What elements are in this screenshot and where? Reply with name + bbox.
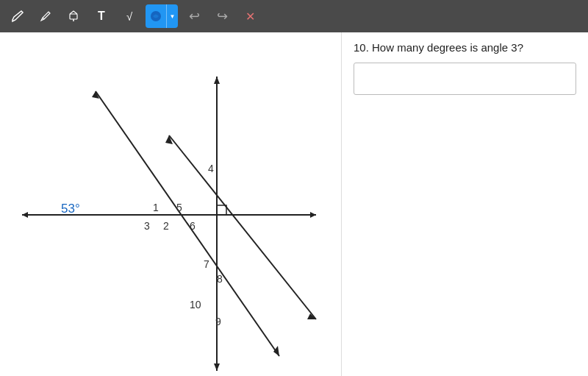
color-tool-button[interactable] [146, 4, 166, 28]
svg-text:53°: 53° [61, 202, 80, 216]
toolbar: T √ ▼ ↩ ↪ ✕ [0, 0, 588, 32]
svg-line-0 [43, 18, 44, 19]
redo-button[interactable]: ↪ [210, 4, 234, 28]
svg-marker-11 [214, 77, 220, 84]
svg-marker-5 [310, 212, 316, 218]
svg-rect-13 [217, 205, 226, 215]
svg-line-7 [96, 91, 279, 356]
svg-text:8: 8 [217, 273, 223, 285]
text-tool-button[interactable]: T [90, 4, 113, 28]
svg-text:6: 6 [190, 220, 196, 232]
svg-text:3: 3 [144, 220, 150, 232]
question-body: How many degrees is angle 3? [369, 41, 523, 54]
color-tool-dropdown-button[interactable]: ▼ [166, 4, 178, 28]
svg-text:4: 4 [208, 163, 214, 174]
color-tool-group: ▼ [146, 4, 178, 28]
highlight-tool-button[interactable] [62, 4, 85, 28]
svg-text:1: 1 [153, 202, 159, 213]
content-area: 53° 1 5 3 2 6 4 7 8 10 9 [0, 32, 588, 376]
svg-marker-9 [273, 346, 279, 356]
svg-marker-12 [214, 363, 220, 371]
drawing-area: 53° 1 5 3 2 6 4 7 8 10 9 [0, 32, 342, 376]
pencil-tool-button[interactable] [6, 4, 29, 28]
svg-marker-15 [165, 135, 173, 144]
question-area: 10. How many degrees is angle 3? [342, 32, 588, 376]
formula-tool-button[interactable]: √ [118, 4, 141, 28]
pen-tool-button[interactable] [34, 4, 57, 28]
svg-text:5: 5 [176, 202, 182, 213]
undo-button[interactable]: ↩ [182, 4, 206, 28]
svg-text:9: 9 [215, 316, 221, 327]
svg-text:2: 2 [163, 220, 169, 232]
svg-text:7: 7 [204, 258, 209, 270]
svg-rect-1 [70, 14, 77, 19]
question-text: 10. How many degrees is angle 3? [354, 41, 576, 54]
svg-marker-6 [22, 212, 28, 218]
geometry-diagram: 53° 1 5 3 2 6 4 7 8 10 9 [0, 32, 342, 376]
question-number: 10. [354, 41, 369, 54]
answer-input[interactable] [354, 63, 576, 95]
svg-text:10: 10 [190, 299, 201, 311]
close-button[interactable]: ✕ [238, 4, 262, 28]
